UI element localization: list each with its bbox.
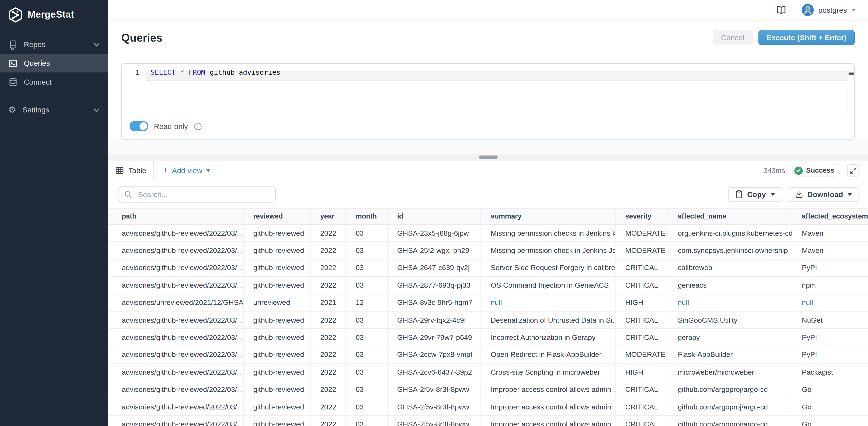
cell-affected_ecosystem: Go bbox=[792, 398, 868, 416]
table-row[interactable]: advisories/github-reviewed/2022/03/...gi… bbox=[108, 363, 868, 381]
info-circle-icon[interactable] bbox=[193, 122, 202, 130]
sidebar-item-settings[interactable]: ⚙ Settings bbox=[0, 101, 108, 119]
column-header-affected_name[interactable]: affected_name bbox=[668, 208, 792, 225]
cursor-position-mark bbox=[849, 72, 854, 75]
cell-affected_name: gerapy bbox=[668, 329, 792, 346]
table-row[interactable]: advisories/github-reviewed/2022/03/...gi… bbox=[108, 398, 868, 416]
column-header-summary[interactable]: summary bbox=[480, 208, 615, 225]
table-row[interactable]: advisories/github-reviewed/2022/03/...gi… bbox=[108, 416, 868, 426]
table-row[interactable]: advisories/github-reviewed/2022/03/...gi… bbox=[108, 346, 868, 363]
cell-reviewed: github-reviewed bbox=[243, 398, 310, 416]
sql-code-editor[interactable]: 1 SELECT*FROMgithub_advisories bbox=[122, 67, 854, 116]
cell-reviewed: github-reviewed bbox=[243, 381, 310, 398]
cell-id: GHSA-2f5v-8r3f-8pww bbox=[387, 381, 480, 398]
column-header-affected_ecosystem[interactable]: affected_ecosystem bbox=[792, 208, 868, 225]
cell-id: GHSA-29rv-fqx2-4c9f bbox=[387, 311, 480, 329]
cell-summary: Incorrect Authorization in Gerapy bbox=[480, 329, 615, 346]
editor-overview-ruler[interactable] bbox=[847, 67, 854, 116]
top-header: postgres bbox=[108, 0, 868, 21]
cell-path: advisories/github-reviewed/2022/03/... bbox=[108, 242, 243, 259]
copy-button[interactable]: Copy bbox=[728, 187, 782, 201]
repo-book-icon bbox=[8, 40, 18, 50]
cell-id: GHSA-2877-693q-pj33 bbox=[387, 276, 480, 294]
cell-id: GHSA-2647-c639-qv2j bbox=[387, 259, 480, 276]
tab-table[interactable]: Table bbox=[108, 160, 154, 180]
status-badge: Success bbox=[792, 164, 840, 177]
chevron-down-icon bbox=[770, 193, 775, 196]
cell-path: advisories/github-reviewed/2022/03/... bbox=[108, 346, 243, 363]
cell-affected_ecosystem: Maven bbox=[792, 225, 868, 242]
read-only-toggle[interactable] bbox=[129, 121, 148, 131]
column-header-year[interactable]: year bbox=[310, 208, 345, 225]
cell-id: GHSA-23x5-j68g-6jpw bbox=[387, 225, 480, 242]
search-input[interactable] bbox=[137, 190, 270, 199]
diagonal-arrows-icon bbox=[849, 167, 857, 174]
cell-path: advisories/github-reviewed/2022/03/... bbox=[108, 225, 243, 242]
chevron-down-icon bbox=[94, 107, 100, 112]
cell-summary: OS Command Injection in GenieACS bbox=[480, 276, 615, 294]
cell-reviewed: github-reviewed bbox=[243, 259, 310, 276]
cell-summary: Missing permission checks in Jenkins k..… bbox=[480, 225, 615, 242]
avatar bbox=[802, 4, 814, 16]
chevron-down-icon bbox=[851, 8, 856, 11]
cell-affected_ecosystem: PyPI bbox=[792, 346, 868, 363]
cell-year: 2022 bbox=[310, 346, 345, 363]
sql-table-name: github_advisories bbox=[210, 68, 281, 76]
table-row[interactable]: advisories/github-reviewed/2022/03/...gi… bbox=[108, 311, 868, 329]
column-header-path[interactable]: path bbox=[108, 208, 243, 225]
cell-reviewed: github-reviewed bbox=[243, 416, 310, 426]
check-circle-icon bbox=[795, 166, 803, 174]
sidebar-item-repos[interactable]: Repos bbox=[0, 35, 108, 54]
cancel-button[interactable]: Cancel bbox=[713, 30, 752, 45]
cell-summary: Deserialization of Untrusted Data in Si.… bbox=[480, 311, 615, 329]
expand-results-button[interactable] bbox=[847, 164, 859, 176]
resize-drag-handle[interactable] bbox=[478, 156, 497, 159]
table-row[interactable]: advisories/github-reviewed/2022/03/...gi… bbox=[108, 242, 868, 259]
table-row[interactable]: advisories/github-reviewed/2022/03/...gi… bbox=[108, 259, 868, 276]
cell-month: 03 bbox=[345, 346, 387, 363]
sql-keyword: SELECT bbox=[151, 68, 176, 76]
page-title: Queries bbox=[121, 31, 162, 44]
cell-severity: HIGH bbox=[615, 294, 668, 311]
cell-year: 2022 bbox=[310, 276, 345, 294]
column-header-id[interactable]: id bbox=[387, 208, 480, 225]
cell-reviewed: github-reviewed bbox=[243, 311, 310, 329]
cell-month: 03 bbox=[345, 416, 387, 426]
sidebar-item-connect[interactable]: Connect bbox=[0, 73, 108, 91]
table-row[interactable]: advisories/github-reviewed/2022/03/...gi… bbox=[108, 381, 868, 398]
cell-year: 2022 bbox=[310, 329, 345, 346]
docs-open-book-icon[interactable] bbox=[776, 5, 787, 15]
column-header-month[interactable]: month bbox=[345, 208, 387, 225]
table-row[interactable]: advisories/unreviewed/2021/12/GHSA...unr… bbox=[108, 294, 868, 311]
mergestat-logo-icon bbox=[8, 7, 23, 23]
cell-summary: null bbox=[480, 294, 615, 311]
user-menu[interactable]: postgres bbox=[802, 4, 856, 16]
table-row[interactable]: advisories/github-reviewed/2022/03/...gi… bbox=[108, 225, 868, 242]
sidebar: MergeStat Repos bbox=[0, 0, 108, 426]
sidebar-item-queries[interactable]: Queries bbox=[0, 54, 108, 73]
column-header-severity[interactable]: severity bbox=[615, 208, 668, 225]
cell-affected_ecosystem: Packagist bbox=[792, 363, 868, 381]
logo[interactable]: MergeStat bbox=[0, 0, 108, 30]
sidebar-item-label: Settings bbox=[22, 106, 49, 114]
table-row[interactable]: advisories/github-reviewed/2022/03/...gi… bbox=[108, 276, 868, 294]
results-tab-bar: Table + Add view 343ms Success bbox=[108, 160, 868, 180]
column-header-reviewed[interactable]: reviewed bbox=[243, 208, 310, 225]
execute-button[interactable]: Execute (Shift + Enter) bbox=[758, 30, 855, 45]
add-view-button[interactable]: + Add view bbox=[163, 166, 211, 175]
page-header: Queries Cancel Execute (Shift + Enter) bbox=[108, 21, 868, 45]
cell-severity: MODERATE bbox=[615, 225, 668, 242]
terminal-icon bbox=[8, 59, 18, 68]
cell-month: 03 bbox=[345, 363, 387, 381]
table-row[interactable]: advisories/github-reviewed/2022/03/...gi… bbox=[108, 329, 868, 346]
cell-affected_ecosystem: npm bbox=[792, 276, 868, 294]
cell-affected_name: microweber/microweber bbox=[668, 363, 792, 381]
results-table-body: advisories/github-reviewed/2022/03/...gi… bbox=[108, 225, 868, 426]
cell-month: 03 bbox=[345, 329, 387, 346]
table-header-row: pathreviewedyearmonthidsummaryseverityaf… bbox=[108, 208, 868, 225]
download-button[interactable]: Download bbox=[787, 187, 859, 201]
cell-summary: Improper access control allows admin ... bbox=[480, 381, 615, 398]
cell-year: 2022 bbox=[310, 363, 345, 381]
cell-affected_ecosystem: Go bbox=[792, 416, 868, 426]
cell-severity: MODERATE bbox=[615, 242, 668, 259]
